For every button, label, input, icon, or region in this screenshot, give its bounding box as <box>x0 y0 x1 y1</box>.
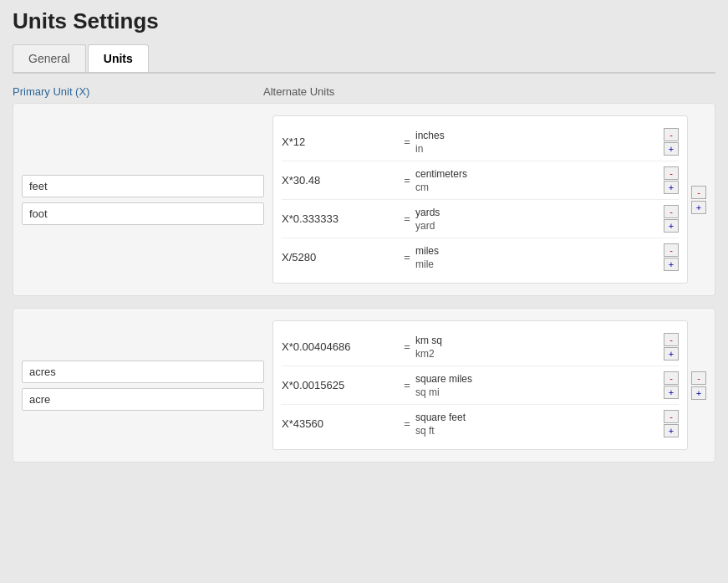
columns-header: Primary Unit (X) Alternate Units <box>13 85 715 98</box>
equals-sign-area-2: = <box>399 417 415 430</box>
alternate-col-length: X*12=inchesin-+X*30.48=centimeterscm-+X*… <box>272 115 688 284</box>
alt-row-area-0: X*0.00404686=km sqkm2-+ <box>282 328 679 366</box>
alt-name-top-length-2: yards <box>415 207 664 218</box>
alt-row-length-1: X*30.48=centimeterscm-+ <box>282 161 679 200</box>
alt-name-top-length-0: inches <box>415 130 664 141</box>
alt-names-area-2: square feetsq ft <box>415 412 664 437</box>
unit-section-length: X*12=inchesin-+X*30.48=centimeterscm-+X*… <box>13 103 715 296</box>
alt-names-area-0: km sqkm2 <box>415 335 664 360</box>
plus-button-length-1[interactable]: + <box>664 181 679 194</box>
alt-row-area-1: X*0.0015625=square milessq mi-+ <box>282 366 679 405</box>
section-side-buttons-area: -+ <box>691 320 706 450</box>
alt-name-bottom-length-2: yard <box>415 220 664 232</box>
alt-names-area-1: square milessq mi <box>415 373 664 398</box>
alt-buttons-area-0: -+ <box>664 333 679 361</box>
tab-bar: General Units <box>13 44 715 74</box>
primary-input-length-0[interactable] <box>22 175 264 197</box>
alt-name-bottom-length-0: in <box>415 143 664 155</box>
minus-button-length-0[interactable]: - <box>664 128 679 141</box>
alt-formula-length-2: X*0.333333 <box>282 212 399 225</box>
equals-sign-length-3: = <box>399 251 415 263</box>
alt-name-bottom-length-3: mile <box>415 258 664 270</box>
alt-row-area-2: X*43560=square feetsq ft-+ <box>282 405 679 442</box>
primary-input-area-0[interactable] <box>22 361 264 383</box>
alt-name-top-area-0: km sq <box>415 335 664 346</box>
alt-formula-area-2: X*43560 <box>282 417 399 430</box>
tab-units[interactable]: Units <box>88 44 149 72</box>
alt-names-length-2: yardsyard <box>415 207 664 232</box>
alt-name-bottom-length-1: cm <box>415 182 664 193</box>
primary-col-area <box>22 320 272 450</box>
equals-sign-length-2: = <box>399 212 415 225</box>
minus-button-area-1[interactable]: - <box>664 371 679 385</box>
alt-name-bottom-area-0: km2 <box>415 348 664 360</box>
minus-button-length-2[interactable]: - <box>664 205 679 218</box>
alt-row-length-2: X*0.333333=yardsyard-+ <box>282 200 679 238</box>
primary-unit-header: Primary Unit (X) <box>13 85 263 98</box>
alt-formula-length-1: X*30.48 <box>282 174 399 187</box>
alt-buttons-length-2: -+ <box>664 205 679 233</box>
equals-sign-length-0: = <box>399 136 415 148</box>
alt-name-top-area-2: square feet <box>415 412 664 423</box>
section-side-buttons-length: -+ <box>691 115 706 284</box>
section-plus-button-area[interactable]: + <box>691 386 706 400</box>
plus-button-length-2[interactable]: + <box>664 219 679 233</box>
alt-formula-area-0: X*0.00404686 <box>282 340 399 353</box>
plus-button-area-2[interactable]: + <box>664 424 679 437</box>
alternate-col-area: X*0.00404686=km sqkm2-+X*0.0015625=squar… <box>272 320 688 450</box>
plus-button-length-3[interactable]: + <box>664 258 679 271</box>
alt-names-length-0: inchesin <box>415 130 664 155</box>
equals-sign-area-0: = <box>399 340 415 353</box>
alt-name-top-length-3: miles <box>415 245 664 257</box>
sections-container: X*12=inchesin-+X*30.48=centimeterscm-+X*… <box>13 103 715 463</box>
alt-name-top-length-1: centimeters <box>415 168 664 180</box>
alt-name-bottom-area-1: sq mi <box>415 386 664 398</box>
section-plus-button-length[interactable]: + <box>691 201 706 214</box>
alt-buttons-length-3: -+ <box>664 243 679 271</box>
section-minus-button-length[interactable]: - <box>691 186 706 199</box>
alt-formula-length-3: X/5280 <box>282 251 399 263</box>
primary-input-length-1[interactable] <box>22 202 264 225</box>
minus-button-length-1[interactable]: - <box>664 166 679 180</box>
plus-button-length-0[interactable]: + <box>664 142 679 156</box>
equals-sign-area-1: = <box>399 379 415 391</box>
primary-input-area-1[interactable] <box>22 388 264 411</box>
alt-formula-area-1: X*0.0015625 <box>282 379 399 391</box>
page-title: Units Settings <box>13 8 715 34</box>
alt-names-length-3: milesmile <box>415 245 664 270</box>
unit-section-area: X*0.00404686=km sqkm2-+X*0.0015625=squar… <box>13 308 715 463</box>
minus-button-area-2[interactable]: - <box>664 410 679 423</box>
alt-row-length-3: X/5280=milesmile-+ <box>282 238 679 276</box>
alt-names-length-1: centimeterscm <box>415 168 664 193</box>
section-minus-button-area[interactable]: - <box>691 371 706 385</box>
plus-button-area-0[interactable]: + <box>664 347 679 361</box>
equals-sign-length-1: = <box>399 174 415 187</box>
alternate-units-header: Alternate Units <box>263 85 715 98</box>
alt-name-bottom-area-2: sq ft <box>415 425 664 437</box>
alt-buttons-area-1: -+ <box>664 371 679 399</box>
minus-button-length-3[interactable]: - <box>664 243 679 257</box>
alt-row-length-0: X*12=inchesin-+ <box>282 123 679 161</box>
tab-general[interactable]: General <box>13 44 86 72</box>
minus-button-area-0[interactable]: - <box>664 333 679 346</box>
alt-buttons-area-2: -+ <box>664 410 679 437</box>
alt-formula-length-0: X*12 <box>282 136 399 148</box>
alt-name-top-area-1: square miles <box>415 373 664 385</box>
alt-buttons-length-1: -+ <box>664 166 679 194</box>
primary-col-length <box>22 115 272 284</box>
plus-button-area-1[interactable]: + <box>664 386 679 399</box>
alt-buttons-length-0: -+ <box>664 128 679 156</box>
